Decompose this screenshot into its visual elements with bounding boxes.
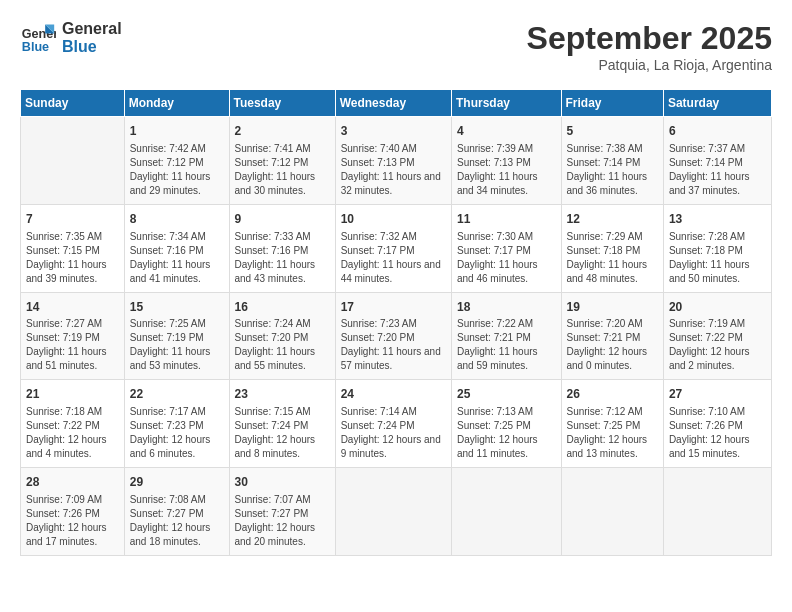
calendar-cell [451,468,561,556]
calendar-cell: 24 Sunrise: 7:14 AM Sunset: 7:24 PM Dayl… [335,380,451,468]
day-number: 1 [130,123,224,140]
day-number: 14 [26,299,119,316]
calendar-cell: 18 Sunrise: 7:22 AM Sunset: 7:21 PM Dayl… [451,292,561,380]
calendar-cell: 30 Sunrise: 7:07 AM Sunset: 7:27 PM Dayl… [229,468,335,556]
day-info: Sunrise: 7:20 AM Sunset: 7:21 PM Dayligh… [567,317,658,373]
day-number: 5 [567,123,658,140]
logo: General Blue General Blue [20,20,122,56]
day-number: 15 [130,299,224,316]
calendar-cell: 29 Sunrise: 7:08 AM Sunset: 7:27 PM Dayl… [124,468,229,556]
calendar-cell: 21 Sunrise: 7:18 AM Sunset: 7:22 PM Dayl… [21,380,125,468]
month-title: September 2025 [527,20,772,57]
day-number: 22 [130,386,224,403]
calendar-cell: 5 Sunrise: 7:38 AM Sunset: 7:14 PM Dayli… [561,117,663,205]
calendar-cell: 9 Sunrise: 7:33 AM Sunset: 7:16 PM Dayli… [229,204,335,292]
day-number: 21 [26,386,119,403]
day-number: 6 [669,123,766,140]
day-number: 12 [567,211,658,228]
col-friday: Friday [561,90,663,117]
day-number: 9 [235,211,330,228]
calendar-cell: 25 Sunrise: 7:13 AM Sunset: 7:25 PM Dayl… [451,380,561,468]
col-monday: Monday [124,90,229,117]
calendar-cell: 8 Sunrise: 7:34 AM Sunset: 7:16 PM Dayli… [124,204,229,292]
day-number: 28 [26,474,119,491]
day-info: Sunrise: 7:30 AM Sunset: 7:17 PM Dayligh… [457,230,556,286]
day-number: 24 [341,386,446,403]
day-number: 3 [341,123,446,140]
col-thursday: Thursday [451,90,561,117]
day-number: 29 [130,474,224,491]
day-number: 10 [341,211,446,228]
day-number: 11 [457,211,556,228]
calendar-cell: 2 Sunrise: 7:41 AM Sunset: 7:12 PM Dayli… [229,117,335,205]
calendar-cell: 19 Sunrise: 7:20 AM Sunset: 7:21 PM Dayl… [561,292,663,380]
day-info: Sunrise: 7:17 AM Sunset: 7:23 PM Dayligh… [130,405,224,461]
day-info: Sunrise: 7:08 AM Sunset: 7:27 PM Dayligh… [130,493,224,549]
day-number: 8 [130,211,224,228]
calendar-week-5: 28 Sunrise: 7:09 AM Sunset: 7:26 PM Dayl… [21,468,772,556]
calendar-cell: 16 Sunrise: 7:24 AM Sunset: 7:20 PM Dayl… [229,292,335,380]
day-number: 4 [457,123,556,140]
day-info: Sunrise: 7:25 AM Sunset: 7:19 PM Dayligh… [130,317,224,373]
day-info: Sunrise: 7:23 AM Sunset: 7:20 PM Dayligh… [341,317,446,373]
calendar-week-1: 1 Sunrise: 7:42 AM Sunset: 7:12 PM Dayli… [21,117,772,205]
location-subtitle: Patquia, La Rioja, Argentina [527,57,772,73]
day-number: 2 [235,123,330,140]
day-info: Sunrise: 7:13 AM Sunset: 7:25 PM Dayligh… [457,405,556,461]
calendar-cell: 15 Sunrise: 7:25 AM Sunset: 7:19 PM Dayl… [124,292,229,380]
calendar-cell: 11 Sunrise: 7:30 AM Sunset: 7:17 PM Dayl… [451,204,561,292]
calendar-cell: 12 Sunrise: 7:29 AM Sunset: 7:18 PM Dayl… [561,204,663,292]
page-header: General Blue General Blue September 2025… [20,20,772,73]
day-info: Sunrise: 7:07 AM Sunset: 7:27 PM Dayligh… [235,493,330,549]
day-info: Sunrise: 7:14 AM Sunset: 7:24 PM Dayligh… [341,405,446,461]
calendar-cell: 4 Sunrise: 7:39 AM Sunset: 7:13 PM Dayli… [451,117,561,205]
day-info: Sunrise: 7:41 AM Sunset: 7:12 PM Dayligh… [235,142,330,198]
calendar-cell: 28 Sunrise: 7:09 AM Sunset: 7:26 PM Dayl… [21,468,125,556]
day-info: Sunrise: 7:19 AM Sunset: 7:22 PM Dayligh… [669,317,766,373]
calendar-table: Sunday Monday Tuesday Wednesday Thursday… [20,89,772,556]
svg-text:Blue: Blue [22,40,49,54]
day-info: Sunrise: 7:38 AM Sunset: 7:14 PM Dayligh… [567,142,658,198]
day-info: Sunrise: 7:33 AM Sunset: 7:16 PM Dayligh… [235,230,330,286]
calendar-cell [663,468,771,556]
day-info: Sunrise: 7:15 AM Sunset: 7:24 PM Dayligh… [235,405,330,461]
day-info: Sunrise: 7:27 AM Sunset: 7:19 PM Dayligh… [26,317,119,373]
col-wednesday: Wednesday [335,90,451,117]
day-number: 13 [669,211,766,228]
day-number: 19 [567,299,658,316]
day-info: Sunrise: 7:42 AM Sunset: 7:12 PM Dayligh… [130,142,224,198]
calendar-week-2: 7 Sunrise: 7:35 AM Sunset: 7:15 PM Dayli… [21,204,772,292]
day-number: 23 [235,386,330,403]
logo-general: General [62,20,122,38]
day-number: 20 [669,299,766,316]
day-number: 30 [235,474,330,491]
calendar-cell: 13 Sunrise: 7:28 AM Sunset: 7:18 PM Dayl… [663,204,771,292]
day-info: Sunrise: 7:10 AM Sunset: 7:26 PM Dayligh… [669,405,766,461]
calendar-cell [561,468,663,556]
calendar-week-4: 21 Sunrise: 7:18 AM Sunset: 7:22 PM Dayl… [21,380,772,468]
day-info: Sunrise: 7:34 AM Sunset: 7:16 PM Dayligh… [130,230,224,286]
calendar-cell: 14 Sunrise: 7:27 AM Sunset: 7:19 PM Dayl… [21,292,125,380]
day-info: Sunrise: 7:39 AM Sunset: 7:13 PM Dayligh… [457,142,556,198]
header-row: Sunday Monday Tuesday Wednesday Thursday… [21,90,772,117]
day-info: Sunrise: 7:24 AM Sunset: 7:20 PM Dayligh… [235,317,330,373]
calendar-cell: 27 Sunrise: 7:10 AM Sunset: 7:26 PM Dayl… [663,380,771,468]
day-number: 25 [457,386,556,403]
logo-blue: Blue [62,38,122,56]
day-info: Sunrise: 7:35 AM Sunset: 7:15 PM Dayligh… [26,230,119,286]
day-number: 27 [669,386,766,403]
calendar-week-3: 14 Sunrise: 7:27 AM Sunset: 7:19 PM Dayl… [21,292,772,380]
title-block: September 2025 Patquia, La Rioja, Argent… [527,20,772,73]
calendar-cell: 23 Sunrise: 7:15 AM Sunset: 7:24 PM Dayl… [229,380,335,468]
col-saturday: Saturday [663,90,771,117]
day-info: Sunrise: 7:28 AM Sunset: 7:18 PM Dayligh… [669,230,766,286]
day-info: Sunrise: 7:22 AM Sunset: 7:21 PM Dayligh… [457,317,556,373]
day-number: 26 [567,386,658,403]
calendar-cell [335,468,451,556]
day-number: 7 [26,211,119,228]
calendar-cell: 3 Sunrise: 7:40 AM Sunset: 7:13 PM Dayli… [335,117,451,205]
calendar-cell [21,117,125,205]
calendar-cell: 17 Sunrise: 7:23 AM Sunset: 7:20 PM Dayl… [335,292,451,380]
day-number: 16 [235,299,330,316]
day-info: Sunrise: 7:18 AM Sunset: 7:22 PM Dayligh… [26,405,119,461]
